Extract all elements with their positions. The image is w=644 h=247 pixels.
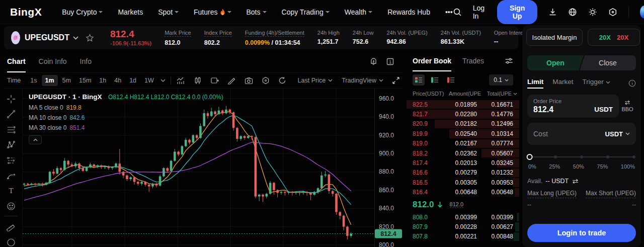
legend-collapse-button[interactable] bbox=[29, 135, 42, 144]
nav-item-wealth[interactable]: Wealth bbox=[345, 8, 372, 16]
ob-mark-price[interactable]: 812.0 bbox=[450, 201, 464, 208]
order-book-last-price-row[interactable]: 812.0 812.0 bbox=[407, 197, 519, 212]
tab-limit[interactable]: Limit bbox=[527, 78, 543, 89]
screenshot-icon[interactable] bbox=[245, 76, 253, 85]
text-tool-icon[interactable]: T bbox=[5, 185, 17, 196]
nav-item-rewards-hub[interactable]: Rewards Hub bbox=[387, 8, 430, 16]
user-avatar[interactable] bbox=[640, 6, 644, 19]
margin-mode-button[interactable]: Isolated Margin bbox=[526, 29, 583, 46]
interval-time-label[interactable]: Time bbox=[7, 77, 21, 84]
bid-row[interactable]: 807.80.002210.00848 bbox=[407, 232, 519, 241]
info-icon[interactable] bbox=[628, 79, 636, 87]
tab-order-book[interactable]: Order Book bbox=[413, 50, 451, 71]
slider-dot[interactable] bbox=[632, 155, 635, 158]
magnet-tool-icon[interactable] bbox=[5, 236, 17, 247]
chart-layout-icon[interactable]: 1 bbox=[386, 57, 394, 66]
login-link[interactable]: Log In bbox=[473, 4, 486, 20]
ask-row[interactable]: 819.90.025400.10314 bbox=[407, 129, 519, 138]
col-total[interactable]: Total(UPE bbox=[481, 91, 517, 97]
precision-dropdown[interactable]: 0.1 bbox=[489, 74, 513, 86]
ask-row[interactable]: 816.40.006480.00648 bbox=[407, 188, 519, 197]
nav-item-copy-trading[interactable]: Copy Trading bbox=[282, 8, 330, 16]
ask-row[interactable]: 817.40.020130.03245 bbox=[407, 158, 519, 168]
interval-expand-chevron-icon[interactable] bbox=[160, 79, 166, 82]
bingx-logo[interactable]: BingX bbox=[10, 6, 42, 18]
bbo-toggle[interactable]: BBO bbox=[619, 100, 636, 112]
tab-trigger[interactable]: Trigger bbox=[583, 78, 610, 89]
trendline-tool-icon[interactable] bbox=[5, 109, 17, 119]
interval-15m[interactable]: 15m bbox=[75, 75, 95, 86]
indicators-icon[interactable] bbox=[176, 76, 185, 85]
nav-item-spot[interactable]: Spot bbox=[158, 8, 179, 16]
ob-layout-asks-icon[interactable] bbox=[445, 74, 457, 86]
chart-style-icon[interactable] bbox=[194, 76, 202, 85]
nav-item-buy-crypto[interactable]: Buy Crypto bbox=[62, 8, 103, 16]
measure-tool-icon[interactable] bbox=[5, 221, 17, 231]
provider-dropdown[interactable]: TradingView bbox=[342, 77, 383, 84]
ask-row[interactable]: 821.70.022800.14776 bbox=[407, 109, 519, 119]
amount-slider[interactable] bbox=[529, 154, 634, 160]
theme-toggle-icon[interactable] bbox=[588, 8, 597, 17]
chart-settings-icon[interactable] bbox=[262, 76, 270, 85]
interval-1W[interactable]: 1W bbox=[141, 75, 157, 86]
pattern-tool-icon[interactable] bbox=[5, 139, 17, 150]
bid-row[interactable]: 808.00.003990.00399 bbox=[407, 212, 519, 222]
nav-item-futures[interactable]: Futures bbox=[194, 8, 231, 16]
login-to-trade-button[interactable]: Login to trade bbox=[527, 224, 636, 242]
cost-unit-dropdown[interactable]: USDT bbox=[605, 130, 630, 138]
pair-name[interactable]: UPEGUSDT bbox=[25, 33, 69, 42]
fib-tool-icon[interactable] bbox=[5, 124, 17, 135]
leverage-button[interactable]: 20X 20X bbox=[588, 29, 640, 46]
ob-layout-both-icon[interactable] bbox=[413, 74, 425, 86]
tab-chart[interactable]: Chart bbox=[7, 50, 26, 72]
interval-1m[interactable]: 1m bbox=[42, 75, 58, 86]
ask-row[interactable]: 820.90.021820.12496 bbox=[407, 119, 519, 129]
draw-icon[interactable] bbox=[227, 76, 236, 85]
signup-button[interactable]: Sign Up bbox=[497, 0, 537, 24]
ask-row[interactable]: 816.60.002790.01232 bbox=[407, 168, 519, 178]
tab-market[interactable]: Market bbox=[552, 78, 573, 89]
reset-chart-icon[interactable] bbox=[278, 76, 286, 85]
download-app-icon[interactable] bbox=[548, 8, 557, 16]
slider-dot[interactable] bbox=[554, 155, 557, 158]
interval-1d[interactable]: 1d bbox=[126, 75, 140, 86]
interval-5m[interactable]: 5m bbox=[59, 75, 74, 86]
interval-1s[interactable]: 1s bbox=[27, 75, 40, 86]
nav-item-markets[interactable]: Markets bbox=[118, 8, 143, 16]
open-tab[interactable]: Open bbox=[527, 55, 584, 70]
tab-info[interactable]: Info bbox=[80, 50, 92, 72]
brush-tool-icon[interactable] bbox=[5, 170, 17, 181]
ask-row[interactable]: 819.00.021670.07774 bbox=[407, 139, 519, 148]
ask-row[interactable]: 816.50.003050.00953 bbox=[407, 178, 519, 187]
preferences-icon[interactable] bbox=[608, 8, 617, 17]
transfer-icon[interactable] bbox=[572, 179, 579, 184]
slider-dot[interactable] bbox=[606, 155, 609, 158]
bid-row[interactable]: 807.90.002280.00627 bbox=[407, 222, 519, 231]
nav-item--[interactable]: ••• bbox=[445, 8, 453, 16]
pair-selector-chevron-icon[interactable] bbox=[73, 36, 78, 40]
favorite-star-icon[interactable] bbox=[86, 34, 94, 42]
order-price-field[interactable]: Order Price 812.4 USDT bbox=[527, 95, 619, 118]
slider-handle[interactable] bbox=[527, 154, 533, 160]
projection-tool-icon[interactable] bbox=[5, 155, 17, 166]
price-mode-dropdown[interactable]: Last Price bbox=[298, 77, 333, 84]
order-price-input[interactable]: 812.4 bbox=[533, 105, 594, 114]
compare-icon[interactable] bbox=[210, 76, 219, 85]
ask-row[interactable]: 822.50.018950.16671 bbox=[407, 100, 519, 109]
tab-trades[interactable]: Trades bbox=[462, 50, 484, 71]
tab-coin-info[interactable]: Coin Info bbox=[39, 50, 67, 72]
search-icon[interactable] bbox=[453, 8, 462, 17]
language-globe-icon[interactable] bbox=[568, 8, 577, 17]
cost-field[interactable]: Cost USDT bbox=[527, 123, 636, 145]
crosshair-tool-icon[interactable] bbox=[5, 94, 17, 104]
ask-row[interactable]: 818.20.023620.05607 bbox=[407, 148, 519, 158]
price-alert-icon[interactable] bbox=[369, 57, 378, 66]
order-book-settings-icon[interactable] bbox=[505, 57, 513, 64]
nav-item-bots[interactable]: Bots bbox=[247, 8, 267, 16]
close-tab[interactable]: Close bbox=[580, 55, 636, 70]
fullscreen-icon[interactable] bbox=[392, 77, 399, 84]
ob-layout-bids-icon[interactable] bbox=[429, 74, 441, 86]
emoji-tool-icon[interactable] bbox=[5, 201, 17, 211]
slider-dot[interactable] bbox=[580, 155, 583, 158]
interval-4h[interactable]: 4h bbox=[111, 75, 125, 86]
